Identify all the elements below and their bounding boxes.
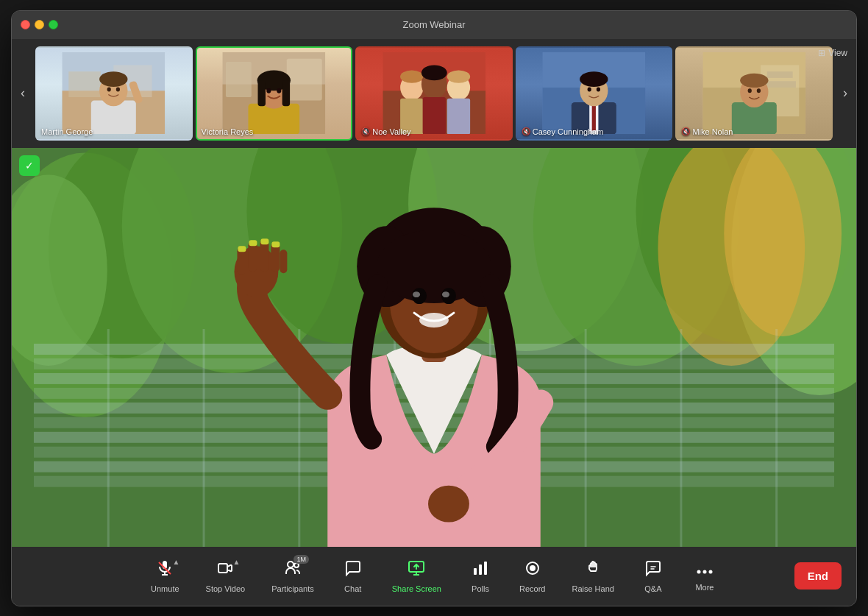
minimize-button[interactable] bbox=[35, 20, 44, 29]
svg-rect-111 bbox=[474, 568, 477, 575]
svg-point-87 bbox=[377, 230, 491, 303]
svg-rect-78 bbox=[585, 329, 587, 547]
main-video-background: ✓ bbox=[12, 148, 856, 547]
svg-point-88 bbox=[419, 313, 449, 328]
background-scene-svg bbox=[12, 148, 856, 547]
noe-face bbox=[357, 48, 511, 139]
casey-face bbox=[517, 48, 672, 139]
svg-point-40 bbox=[597, 87, 600, 91]
martin-avatar-svg bbox=[44, 52, 183, 135]
mike-muted-icon: 🔇 bbox=[681, 127, 690, 135]
participants-button[interactable]: 1M Participants bbox=[258, 555, 327, 598]
svg-rect-44 bbox=[767, 71, 793, 78]
share-screen-button[interactable]: Share Screen bbox=[379, 555, 455, 598]
end-button[interactable]: End bbox=[794, 562, 842, 590]
svg-point-118 bbox=[708, 570, 712, 573]
svg-rect-98 bbox=[280, 249, 287, 273]
chat-button[interactable]: Chat bbox=[327, 555, 379, 598]
record-label: Record bbox=[519, 584, 545, 593]
polls-label: Polls bbox=[472, 584, 489, 593]
svg-rect-45 bbox=[764, 81, 796, 88]
noe-muted-icon: 🔇 bbox=[361, 127, 370, 135]
titlebar: Zoom Webinar bbox=[12, 11, 856, 39]
strip-prev-arrow[interactable]: ‹ bbox=[12, 45, 34, 142]
stop-video-arrow-icon: ▲ bbox=[233, 558, 241, 566]
casey-muted-icon: 🔇 bbox=[522, 127, 530, 135]
svg-point-30 bbox=[447, 70, 469, 82]
svg-rect-100 bbox=[238, 246, 246, 252]
unmute-arrow-icon: ▲ bbox=[172, 558, 179, 566]
thumbnail-martin-george[interactable]: Martin George bbox=[35, 46, 193, 141]
polls-icon bbox=[472, 559, 489, 581]
svg-point-99 bbox=[428, 485, 469, 522]
svg-point-48 bbox=[740, 73, 768, 87]
strip-next-arrow[interactable]: › bbox=[834, 45, 856, 142]
noe-name: 🔇 Noe Valley bbox=[361, 127, 410, 136]
raise-hand-label: Raise Hand bbox=[572, 584, 613, 593]
main-video-area: ✓ bbox=[12, 148, 856, 547]
svg-point-108 bbox=[288, 562, 294, 567]
mike-avatar-svg bbox=[685, 52, 824, 135]
fullscreen-button[interactable] bbox=[49, 20, 58, 29]
thumbnail-mike-nolan[interactable]: 🔇 Mike Nolan bbox=[675, 46, 833, 141]
mike-face bbox=[677, 48, 831, 139]
victoria-avatar-svg bbox=[204, 52, 344, 135]
svg-rect-101 bbox=[249, 240, 257, 246]
svg-point-38 bbox=[580, 71, 608, 87]
stop-video-button[interactable]: ▲ Stop Video bbox=[193, 555, 259, 598]
view-button[interactable]: ⊞ View bbox=[818, 48, 847, 58]
close-button[interactable] bbox=[21, 20, 30, 29]
qa-button[interactable]: Q&A bbox=[627, 555, 679, 598]
unmute-button[interactable]: ▲ Unmute bbox=[138, 555, 193, 598]
svg-point-9 bbox=[116, 87, 120, 91]
raise-hand-button[interactable]: Raise Hand bbox=[558, 555, 627, 598]
window-title: Zoom Webinar bbox=[402, 19, 465, 30]
thumbnail-noe-valley[interactable]: 🔇 Noe Valley bbox=[355, 46, 513, 141]
casey-name: 🔇 Casey Cunningham bbox=[522, 127, 604, 136]
svg-rect-112 bbox=[479, 564, 482, 575]
svg-point-24 bbox=[400, 70, 423, 82]
svg-point-27 bbox=[421, 65, 447, 80]
svg-rect-102 bbox=[260, 238, 268, 244]
mike-name: 🔇 Mike Nolan bbox=[681, 127, 733, 136]
polls-button[interactable]: Polls bbox=[455, 555, 506, 598]
svg-point-116 bbox=[697, 570, 700, 573]
svg-rect-12 bbox=[226, 62, 252, 97]
record-button[interactable]: Record bbox=[506, 555, 558, 598]
svg-rect-28 bbox=[422, 97, 445, 135]
chat-icon bbox=[344, 559, 362, 581]
camera-icon: ▲ bbox=[216, 559, 234, 581]
casey-avatar-svg bbox=[524, 52, 664, 135]
participants-label: Participants bbox=[271, 584, 313, 593]
participants-icon: 1M bbox=[284, 559, 302, 581]
svg-rect-103 bbox=[271, 241, 280, 247]
more-icon bbox=[696, 561, 714, 580]
svg-point-50 bbox=[757, 88, 761, 93]
raise-hand-icon bbox=[584, 559, 602, 581]
svg-rect-74 bbox=[203, 329, 205, 547]
svg-point-115 bbox=[530, 565, 536, 571]
more-label: More bbox=[695, 583, 714, 592]
svg-rect-18 bbox=[282, 80, 290, 106]
record-icon bbox=[524, 559, 541, 581]
view-grid-icon: ⊞ bbox=[818, 48, 825, 58]
svg-rect-79 bbox=[680, 329, 682, 547]
svg-rect-13 bbox=[287, 58, 322, 100]
svg-point-49 bbox=[747, 88, 751, 93]
more-button[interactable]: More bbox=[679, 556, 730, 596]
zoom-window: Zoom Webinar ‹ bbox=[11, 10, 857, 606]
svg-point-20 bbox=[277, 88, 281, 93]
thumbnail-victoria-reyes[interactable]: Victoria Reyes bbox=[196, 46, 353, 141]
martin-face bbox=[37, 48, 191, 139]
qa-label: Q&A bbox=[644, 584, 661, 593]
microphone-icon: ▲ bbox=[156, 559, 174, 581]
svg-rect-31 bbox=[447, 98, 469, 134]
toolbar: ▲ Unmute ▲ Stop Video bbox=[12, 547, 856, 606]
svg-point-39 bbox=[588, 87, 591, 91]
traffic-lights bbox=[21, 20, 58, 29]
svg-rect-113 bbox=[484, 562, 487, 575]
svg-rect-80 bbox=[775, 329, 778, 547]
svg-point-91 bbox=[413, 291, 420, 297]
thumbnail-casey-cunningham[interactable]: 🔇 Casey Cunningham bbox=[516, 46, 673, 141]
participant-strip: ‹ bbox=[12, 39, 856, 148]
